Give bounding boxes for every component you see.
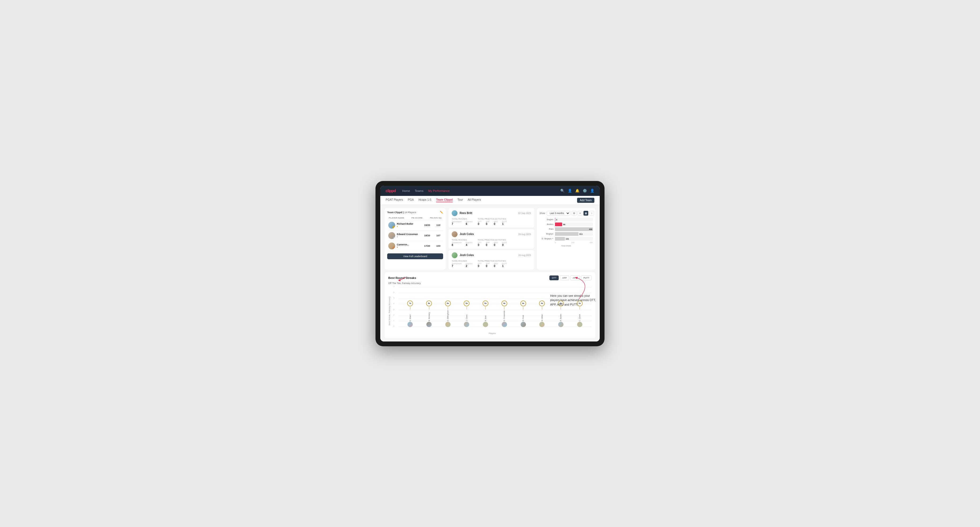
filter-buttons: OTT APP ARG PUTT xyxy=(549,275,592,280)
pb-score: 17/20 xyxy=(423,244,431,247)
streak-bubble: 7x xyxy=(407,300,413,306)
player-card: Josh Coles 26 Aug 2023 Total Rounds Tour… xyxy=(449,229,534,249)
avatar-icon[interactable]: 👤 xyxy=(590,189,594,193)
settings-icon[interactable]: ⚙️ xyxy=(583,189,587,193)
card-date: 26 Aug 2023 xyxy=(518,254,531,257)
table-view-button[interactable]: ↕ xyxy=(589,211,594,216)
view-full-leaderboard-button[interactable]: View Full Leaderboard xyxy=(387,253,443,259)
horizontal-bar-chart: Eagles 3 Birdies 96 xyxy=(539,218,593,241)
x-axis-label: Players xyxy=(488,332,496,335)
bar-label-pars: Pars xyxy=(539,228,554,230)
search-icon[interactable]: 🔍 xyxy=(560,189,565,193)
sub-nav-all-players[interactable]: All Players xyxy=(468,198,481,202)
streak-bar-item: 6x D. Billingham xyxy=(438,300,457,327)
player-avatar xyxy=(520,322,526,327)
team-title: Team Clippd | 14 Players xyxy=(387,211,416,214)
streak-bar-item: 4x E. Crossman xyxy=(495,300,514,327)
pb-avg-sq: 107 xyxy=(434,234,442,237)
avatar xyxy=(452,231,458,237)
nav-link-myperformance[interactable]: My Performance xyxy=(428,189,450,192)
axis-label-200: 200 xyxy=(571,242,574,243)
player-name-label: R. Britt xyxy=(485,311,487,321)
nav-link-home[interactable]: Home xyxy=(402,189,410,192)
chart-row-pars: Pars 499 xyxy=(539,227,593,231)
filter-ott-button[interactable]: OTT xyxy=(549,275,559,280)
streak-bubble: 4x xyxy=(501,300,508,306)
edit-icon[interactable]: ✏️ xyxy=(440,211,443,214)
avatar: 1 xyxy=(388,222,395,229)
putt-stat: 0 xyxy=(502,243,507,246)
list-view-button[interactable]: ≡ xyxy=(578,211,582,216)
rank-badge: 1 xyxy=(393,226,395,229)
nav-logo: clippd xyxy=(386,189,396,193)
streak-bar-item: 4x M. Miller xyxy=(533,300,552,327)
bar-fill-birdies xyxy=(555,222,562,226)
player-name-label: E. Crossman xyxy=(503,311,505,321)
leaderboard-panel: Team Clippd | 14 Players ✏️ PLAYER NAME … xyxy=(385,208,446,270)
streak-line xyxy=(542,307,542,310)
app-stat: 0 xyxy=(486,265,490,268)
arg-stat: 0 xyxy=(494,243,498,246)
bar-track: 311 xyxy=(555,232,593,236)
sub-nav-team-clippd[interactable]: Team Clippd xyxy=(436,198,453,202)
bell-icon[interactable]: 🔔 xyxy=(575,189,579,193)
streak-line xyxy=(504,307,504,310)
arg-stat: 0 xyxy=(494,222,498,225)
chart-view-button[interactable]: ▦ xyxy=(584,211,588,216)
sub-nav-pgat[interactable]: PGAT Players xyxy=(386,198,403,202)
date-range-select[interactable]: Last 3 months xyxy=(547,211,570,216)
sub-nav-tour[interactable]: Tour xyxy=(458,198,463,202)
player-name-label: E. Ebert xyxy=(409,311,411,321)
card-date: 26 Aug 2023 xyxy=(518,233,531,236)
player-avatar xyxy=(502,322,507,327)
streak-bubble: 4x xyxy=(539,300,545,306)
sub-nav-pga[interactable]: PGA xyxy=(408,198,414,202)
avatar: 3 xyxy=(388,243,395,249)
player-cards-panel: Rees Britt 02 Sep 2023 Total Rounds Tour… xyxy=(449,208,534,270)
add-team-button[interactable]: Add Team xyxy=(577,198,594,203)
streak-bar-item: 5x J. Coles xyxy=(457,300,476,327)
player-name-label: R. Butler xyxy=(560,311,562,321)
practice-stat: 4 xyxy=(466,243,473,246)
filter-arg-button[interactable]: ARG xyxy=(570,275,580,280)
player-count: 14 Players xyxy=(404,211,416,214)
bar-track: 499 xyxy=(555,227,593,231)
streak-bar-item: 7x E. Ebert xyxy=(401,300,420,327)
card-date: 02 Sep 2023 xyxy=(518,212,531,214)
filter-putt-button[interactable]: PUTT xyxy=(581,275,592,280)
bar-track: 96 xyxy=(555,222,593,226)
sub-nav-hcaps[interactable]: Hcaps 1-5 xyxy=(418,198,431,202)
rank-badge: 2 xyxy=(393,237,395,239)
avatar xyxy=(452,210,458,216)
user-icon[interactable]: 👤 xyxy=(568,189,572,193)
grid-view-button[interactable]: ⊞ xyxy=(572,211,577,216)
chart-row-bogeys: Bogeys 311 xyxy=(539,232,593,236)
nav-link-teams[interactable]: Teams xyxy=(415,189,423,192)
streak-line xyxy=(523,307,523,310)
bar-fill-pars xyxy=(555,227,593,231)
chart-x-axis: 0 200 400 xyxy=(539,242,593,243)
ott-stat: 0 xyxy=(478,222,482,225)
streak-bubble: 5x xyxy=(482,300,488,306)
nav-icons: 🔍 👤 🔔 ⚙️ 👤 xyxy=(560,189,594,193)
table-row: 2 Edward Crossman ♦ 18/20 107 xyxy=(387,230,443,241)
bar-value-pars: 499 xyxy=(589,228,592,230)
player-name-label: J. Coles xyxy=(466,311,468,321)
bar-label-bogeys: Bogeys xyxy=(539,233,554,235)
bar-label-eagles: Eagles xyxy=(539,218,554,221)
filter-app-button[interactable]: APP xyxy=(560,275,569,280)
player-name: Edward Crossman xyxy=(397,233,423,236)
tournament-stat: 8 xyxy=(452,243,461,246)
streak-bubble: 4x xyxy=(520,300,526,306)
bar-label-dbogeys: D. Bogeys + xyxy=(539,237,554,240)
rank-badge: 3 xyxy=(393,247,395,249)
streak-line xyxy=(410,307,410,310)
player-name-label: M. Miller xyxy=(541,311,543,321)
bar-fill-dbogeys xyxy=(555,237,565,241)
player-avatar xyxy=(407,322,413,327)
practice-stat: 2 xyxy=(466,265,473,268)
chart-subtitle: Off The Tee, Fairway Accuracy xyxy=(388,282,592,284)
bar-label-birdies: Birdies xyxy=(539,223,554,225)
player-card: Rees Britt 02 Sep 2023 Total Rounds Tour… xyxy=(449,208,534,227)
putt-stat: 1 xyxy=(502,265,507,268)
